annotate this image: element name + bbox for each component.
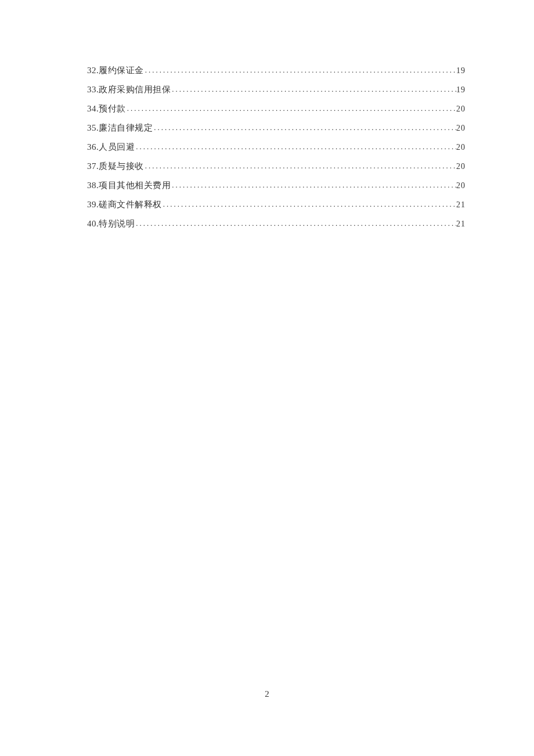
toc-dots	[144, 66, 456, 75]
toc-entry: 32.履约保证金 19	[87, 65, 466, 77]
toc-entry: 33.政府采购信用担保 19	[87, 84, 466, 96]
toc-entry-page: 19	[456, 85, 466, 95]
toc-entry: 37.质疑与接收 20	[87, 161, 466, 172]
toc-dots	[135, 219, 456, 229]
toc-entry-title: 34.预付款	[87, 103, 126, 115]
toc-entry-page: 21	[456, 200, 466, 210]
toc-entry-title: 40.特别说明	[87, 218, 135, 230]
toc-entry-title: 36.人员回避	[87, 142, 135, 153]
toc-dots	[162, 200, 456, 210]
toc-entry: 34.预付款 20	[87, 103, 466, 115]
toc-dots	[153, 123, 456, 133]
toc-entry-title: 32.履约保证金	[87, 65, 144, 77]
toc-dots	[171, 181, 456, 190]
toc-entry-page: 20	[456, 161, 466, 172]
toc-entry: 39.磋商文件解释权 21	[87, 199, 466, 211]
toc-entry-title: 38.项目其他相关费用	[87, 180, 171, 192]
toc-entry-title: 33.政府采购信用担保	[87, 84, 171, 96]
toc-entry: 36.人员回避 20	[87, 142, 466, 153]
page-content: 32.履约保证金 19 33.政府采购信用担保 19 34.预付款 20 35.…	[0, 0, 534, 230]
toc-entry-page: 19	[456, 66, 466, 76]
toc-entry-page: 20	[456, 123, 466, 134]
toc-dots	[135, 142, 456, 152]
toc-entry-page: 20	[456, 104, 466, 114]
toc-entry-title: 37.质疑与接收	[87, 161, 144, 172]
toc-entry: 35.廉洁自律规定 20	[87, 123, 466, 134]
toc-dots	[126, 104, 456, 114]
toc-entry-title: 39.磋商文件解释权	[87, 199, 162, 211]
toc-entry: 38.项目其他相关费用 20	[87, 180, 466, 192]
toc-entry-page: 20	[456, 181, 466, 191]
toc-dots	[171, 85, 456, 95]
toc-dots	[144, 161, 456, 171]
toc-entry: 40.特别说明 21	[87, 218, 466, 230]
toc-entry-page: 21	[456, 219, 466, 229]
toc-entry-page: 20	[456, 142, 466, 153]
page-number: 2	[0, 689, 534, 699]
toc-entry-title: 35.廉洁自律规定	[87, 123, 153, 134]
